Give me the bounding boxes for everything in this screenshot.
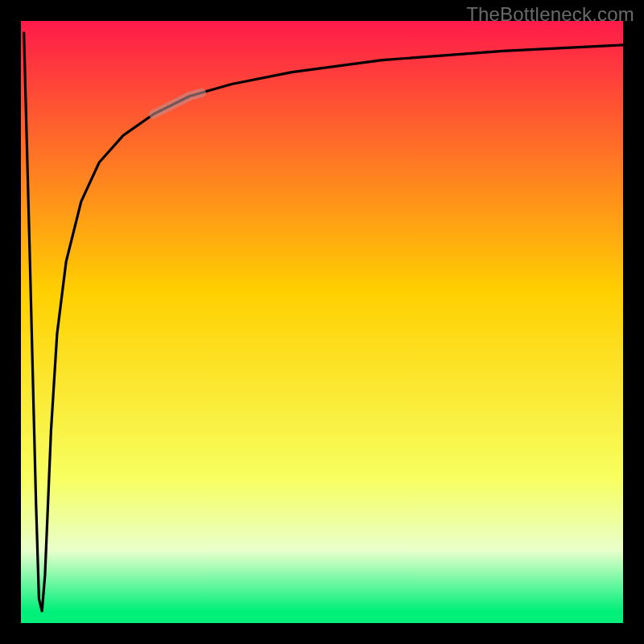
- bottleneck-chart: [0, 0, 644, 644]
- gradient-background: [21, 21, 623, 623]
- watermark-text: TheBottleneck.com: [466, 3, 634, 26]
- chart-container: TheBottleneck.com: [0, 0, 644, 644]
